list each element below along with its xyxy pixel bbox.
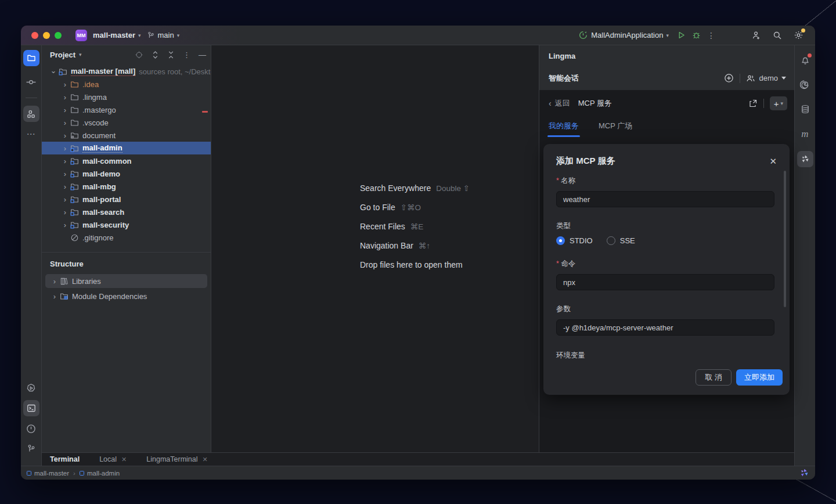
tree-item-mall-admin[interactable]: ›mall-admin <box>42 142 211 154</box>
tree-item-mall-portal[interactable]: ›mall-portal <box>42 193 211 206</box>
tree-item-mall-security[interactable]: ›mall-security <box>42 218 211 231</box>
back-button[interactable]: ‹返回 <box>549 98 570 109</box>
name-input[interactable] <box>556 191 774 207</box>
panel-options-icon[interactable]: ⋮ <box>183 51 190 59</box>
chevron-right-icon[interactable]: › <box>60 80 70 89</box>
lingma-icon <box>801 154 810 164</box>
structure-item-module-dependencies[interactable]: › Module Dependencies <box>45 289 207 303</box>
radio-sse[interactable]: SSE <box>607 236 635 245</box>
chevron-right-icon[interactable]: › <box>50 277 59 286</box>
run-button[interactable] <box>673 28 689 43</box>
folder-icon <box>70 93 80 102</box>
close-icon[interactable]: ✕ <box>769 156 777 167</box>
breadcrumb-mall-master[interactable]: mall-master <box>27 470 69 477</box>
chevron-right-icon[interactable]: › <box>60 93 70 102</box>
terminal-tab-local[interactable]: Local✕ <box>99 455 127 463</box>
more-toolwindows-button[interactable]: ⋯ <box>23 126 39 142</box>
notification-dot <box>808 53 812 57</box>
lingma-status-badge[interactable] <box>799 468 809 478</box>
radio-stdio[interactable]: STDIO <box>556 236 593 245</box>
chevron-right-icon[interactable]: › <box>60 118 70 127</box>
chevron-down-icon[interactable]: ⌄ <box>49 66 58 75</box>
spiral-icon <box>800 80 810 89</box>
terminal-title[interactable]: Terminal <box>50 455 80 463</box>
type-label: 类型 <box>556 221 777 231</box>
ai-assistant-button[interactable] <box>797 76 813 92</box>
search-everywhere-button[interactable] <box>770 28 785 43</box>
structure-item-libraries[interactable]: › Libraries <box>45 274 207 288</box>
chevron-right-icon[interactable]: › <box>50 292 59 301</box>
chevron-right-icon[interactable]: › <box>60 195 70 204</box>
new-chat-icon[interactable] <box>724 73 734 83</box>
command-input[interactable] <box>556 274 774 290</box>
tree-item--lingma[interactable]: ›.lingma <box>42 91 211 103</box>
branch-selector[interactable]: main▾ <box>147 31 180 39</box>
maven-button[interactable]: m <box>797 126 813 142</box>
submit-button[interactable]: 立即添加 <box>736 369 783 386</box>
user-selector[interactable]: demo <box>746 74 786 83</box>
tree-item-mall-demo[interactable]: ›mall-demo <box>42 167 211 180</box>
structure-toolwindow-button[interactable] <box>23 106 39 122</box>
titlebar: MM mall-master▾ main▾ MallAdminApplicati… <box>21 26 815 45</box>
chevron-right-icon[interactable]: › <box>60 182 70 191</box>
args-input[interactable] <box>556 319 774 336</box>
hide-panel-icon[interactable]: — <box>199 51 206 59</box>
problems-toolwindow-button[interactable] <box>23 420 39 437</box>
chevron-right-icon[interactable]: › <box>60 221 70 229</box>
maximize-window-button[interactable] <box>55 32 62 39</box>
chevron-right-icon[interactable]: › <box>60 170 70 178</box>
close-icon[interactable]: ✕ <box>121 456 127 463</box>
close-window-button[interactable] <box>31 32 38 39</box>
left-toolwindow-strip: ⋯ <box>21 45 42 466</box>
more-actions-button[interactable]: ⋮ <box>704 28 719 43</box>
project-selector[interactable]: mall-master▾ <box>93 31 141 39</box>
minimize-window-button[interactable] <box>43 32 50 39</box>
mcp-tab-mcp-marketplace[interactable]: MCP 广场 <box>599 121 632 137</box>
chevron-right-icon[interactable]: › <box>60 131 70 140</box>
export-icon[interactable] <box>748 99 758 108</box>
notifications-button[interactable] <box>797 52 813 69</box>
services-toolwindow-button[interactable] <box>23 380 39 396</box>
tree-item-mall-master--mall-[interactable]: ⌄mall-master [mall]sources root, ~/Deskt… <box>42 65 211 78</box>
settings-button[interactable] <box>791 28 806 43</box>
run-configuration-selector[interactable]: MallAdminApplication▾ <box>578 30 669 40</box>
add-user-button[interactable] <box>749 28 764 43</box>
libraries-icon <box>60 277 69 286</box>
tree-item--gitignore[interactable]: .gitignore <box>42 231 211 244</box>
structure-section: Structure › Libraries › Module Dependenc… <box>42 252 211 304</box>
project-panel-title[interactable]: Project <box>50 51 75 59</box>
tree-item-mall-search[interactable]: ›mall-search <box>42 206 211 218</box>
tree-item-mall-mbg[interactable]: ›mall-mbg <box>42 180 211 193</box>
add-mcp-button[interactable]: +▾ <box>770 96 787 110</box>
breadcrumb-mall-admin[interactable]: mall-admin <box>80 470 120 477</box>
dialog-scrollbar[interactable] <box>784 171 786 307</box>
terminal-toolwindow-button[interactable] <box>23 400 39 416</box>
decor-diagonal-line-bottom <box>794 478 836 504</box>
chevron-right-icon[interactable]: › <box>60 144 70 153</box>
mcp-tabs: 我的服务MCP 广场 <box>539 116 794 137</box>
mcp-tab-my-services[interactable]: 我的服务 <box>549 121 579 137</box>
shortcut-hint: Go to File⇧⌘O <box>360 203 470 222</box>
chevron-right-icon[interactable]: › <box>60 106 70 114</box>
tree-item-document[interactable]: ›document <box>42 129 211 142</box>
git-toolwindow-button[interactable] <box>23 441 39 457</box>
module-icon <box>70 170 80 178</box>
expand-all-icon[interactable] <box>152 51 159 59</box>
chevron-right-icon[interactable]: › <box>60 208 70 217</box>
tree-item-mall-common[interactable]: ›mall-common <box>42 154 211 167</box>
tree-item-label: .idea <box>82 80 99 89</box>
terminal-tab-lingmaterminal[interactable]: LingmaTerminal✕ <box>146 455 207 463</box>
project-toolwindow-button[interactable] <box>23 50 39 66</box>
tree-item--vscode[interactable]: ›.vscode <box>42 116 211 129</box>
database-button[interactable] <box>797 101 813 117</box>
debug-button[interactable] <box>689 28 704 43</box>
collapse-all-icon[interactable] <box>167 51 175 59</box>
tree-item--idea[interactable]: ›.idea <box>42 78 211 91</box>
tree-item--mastergo[interactable]: ›.mastergo <box>42 103 211 116</box>
commit-toolwindow-button[interactable] <box>23 74 39 90</box>
locate-file-icon[interactable] <box>135 51 143 59</box>
cancel-button[interactable]: 取 消 <box>696 369 732 386</box>
lingma-toolwindow-button[interactable] <box>797 151 813 167</box>
close-icon[interactable]: ✕ <box>203 456 208 463</box>
chevron-right-icon[interactable]: › <box>60 157 70 165</box>
